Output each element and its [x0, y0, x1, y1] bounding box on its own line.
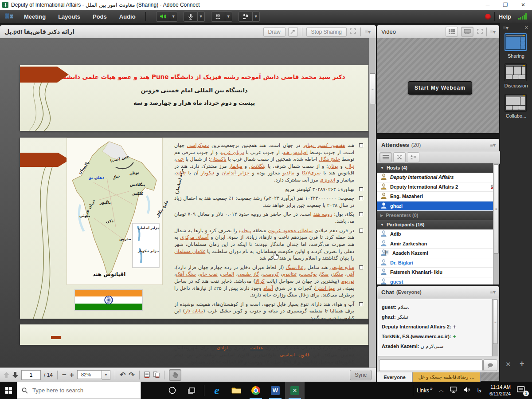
- menu-pods[interactable]: Pods: [86, 13, 113, 20]
- send-chat-button[interactable]: [483, 359, 497, 371]
- video-filmstrip-view-button[interactable]: [461, 27, 473, 37]
- layouts-menu-icon[interactable]: ≡▾: [503, 25, 509, 31]
- attendee-row[interactable]: Fatemeh Khanlari- ikiu: [377, 268, 499, 277]
- share-scrollbar[interactable]: ≡: [369, 38, 376, 367]
- taskbar-search[interactable]: [17, 382, 141, 399]
- attendee-name: Dr. Biglari: [390, 260, 413, 265]
- pod-close-icon[interactable]: ✕: [505, 360, 511, 368]
- adobe-connect-taskbar-button[interactable]: ✕: [285, 382, 305, 399]
- language-indicator[interactable]: فا: [477, 387, 481, 394]
- hand-tool-button[interactable]: [169, 369, 181, 381]
- participants-list: AdibAmir ZarkeshanAzadeh KazemiDr. Bigla…: [377, 229, 499, 284]
- chrome-button[interactable]: [246, 382, 266, 399]
- menu-layouts[interactable]: Layouts: [52, 13, 86, 20]
- sync-button[interactable]: Sync: [350, 370, 372, 380]
- participants-section-header[interactable]: ▼ Participants (16): [377, 220, 499, 229]
- attendees-scrollbar[interactable]: ≡: [493, 163, 499, 284]
- maximize-button[interactable]: ❐: [497, 0, 514, 10]
- start-webcam-button[interactable]: Start My Webcam: [408, 81, 472, 95]
- word-button[interactable]: W: [266, 382, 285, 399]
- layout-label-discussion[interactable]: Discussion: [500, 83, 532, 88]
- layouts-close-icon[interactable]: ✕: [524, 25, 528, 31]
- attendees-scrollbar-thumb[interactable]: ≡: [494, 164, 499, 254]
- attendee-row[interactable]: Deputy International Affairs 2: [377, 182, 499, 192]
- zoom-out-button[interactable]: −: [62, 371, 66, 379]
- chat-scrollbar[interactable]: ≡: [492, 299, 498, 356]
- raise-hand-button[interactable]: [239, 12, 253, 22]
- attendee-list-view-button[interactable]: [379, 152, 392, 162]
- layout-thumb-discussion[interactable]: [505, 63, 527, 81]
- attendee-row[interactable]: Adib: [377, 229, 499, 239]
- fullscreen-button[interactable]: [349, 28, 356, 36]
- layout-thumb-sharing[interactable]: [505, 33, 527, 51]
- undo-button[interactable]: ↶: [120, 371, 125, 379]
- share-scrollbar-thumb[interactable]: ≡: [370, 73, 376, 104]
- share-pod-menu-icon[interactable]: ≡▾: [365, 29, 371, 35]
- attendee-row[interactable]: ghazi: [377, 201, 499, 211]
- action-center-button[interactable]: 1: [517, 386, 526, 395]
- webcam-dropdown[interactable]: ▼: [225, 12, 232, 22]
- video-fullscreen-button[interactable]: [477, 28, 483, 36]
- attendee-row[interactable]: Eng. Mazaheri: [377, 192, 499, 201]
- speaker-dropdown[interactable]: ▼: [170, 12, 177, 22]
- cortana-button[interactable]: [162, 382, 182, 399]
- zoom-in-button[interactable]: +: [70, 371, 74, 379]
- task-view-icon: [188, 387, 195, 394]
- single-page-view-button[interactable]: [144, 371, 150, 378]
- chat-tab-private[interactable]: ... رضای‌فاطمه جسک و غل: [412, 372, 481, 382]
- pointer-tool-button[interactable]: [288, 27, 298, 37]
- attendee-row[interactable]: Dr. Biglari: [377, 258, 499, 268]
- stop-sharing-button[interactable]: Stop Sharing: [306, 27, 347, 37]
- breakout-view-button[interactable]: [393, 152, 406, 162]
- hosts-section-header[interactable]: ▼ Hosts (4): [377, 163, 499, 173]
- list-view-icon: [383, 155, 389, 160]
- menu-audio[interactable]: Audio: [113, 13, 142, 20]
- close-button[interactable]: ✕: [514, 0, 532, 10]
- attendee-row[interactable]: guest: [377, 277, 499, 285]
- attendee-status-view-button[interactable]: [407, 152, 419, 162]
- page-number-input[interactable]: [21, 370, 41, 380]
- draw-button[interactable]: Draw: [263, 27, 286, 37]
- red-shape: [51, 336, 61, 339]
- page-up-button[interactable]: [4, 372, 9, 378]
- layout-label-collaboration[interactable]: Collabo...: [500, 113, 532, 119]
- video-grid-view-button[interactable]: [446, 27, 458, 37]
- edge-button[interactable]: e: [207, 382, 227, 399]
- search-input[interactable]: [31, 387, 131, 394]
- person-icon: [380, 183, 387, 190]
- links-toolbar[interactable]: Links: [417, 387, 429, 394]
- chat-pod-menu-icon[interactable]: ≡▾: [490, 289, 496, 295]
- taskbar-clock[interactable]: 11:14 AM 6/11/2024: [489, 384, 511, 397]
- attendees-pod-menu-icon[interactable]: ≡▾: [490, 142, 496, 148]
- volume-tray-icon[interactable]: [463, 387, 471, 394]
- attendee-row[interactable]: Azadeh Kazemi: [377, 249, 499, 258]
- microphone-dropdown[interactable]: ▼: [198, 12, 205, 22]
- task-view-button[interactable]: [182, 382, 201, 399]
- attendee-row[interactable]: Amir Zarkeshan: [377, 239, 499, 249]
- speaker-button[interactable]: [156, 12, 170, 22]
- network-tray-icon[interactable]: [450, 387, 458, 394]
- file-explorer-button[interactable]: [227, 382, 246, 399]
- redo-button[interactable]: ↷: [129, 371, 134, 379]
- pod-add-icon[interactable]: +: [520, 359, 524, 368]
- hidden-icons-chevron[interactable]: ︿: [438, 387, 444, 394]
- chat-tab-everyone[interactable]: Everyone: [377, 372, 412, 382]
- links-chevron-icon[interactable]: »: [430, 386, 433, 391]
- presenters-section-header[interactable]: ▶ Presenters (0): [377, 211, 499, 220]
- webcam-button[interactable]: [211, 12, 225, 22]
- two-page-view-button[interactable]: [153, 371, 160, 378]
- raise-hand-dropdown[interactable]: ▼: [253, 12, 260, 22]
- layout-thumb-collaboration[interactable]: [505, 94, 527, 112]
- page-down-button[interactable]: [12, 372, 18, 378]
- chat-scrollbar-thumb[interactable]: ≡: [493, 300, 498, 344]
- chat-input[interactable]: [379, 359, 483, 371]
- minimize-button[interactable]: ─: [479, 0, 497, 10]
- attendee-row[interactable]: Deputy International Affairs: [377, 173, 499, 182]
- microphone-button[interactable]: [184, 12, 198, 22]
- zoom-select[interactable]: 82% ▼: [77, 370, 110, 380]
- video-pod-menu-icon[interactable]: ≡▾: [490, 29, 496, 35]
- help-menu[interactable]: Help: [499, 13, 511, 20]
- layout-label-sharing[interactable]: Sharing: [500, 53, 532, 59]
- menu-meeting[interactable]: Meeting: [18, 13, 52, 20]
- start-button[interactable]: [0, 382, 17, 399]
